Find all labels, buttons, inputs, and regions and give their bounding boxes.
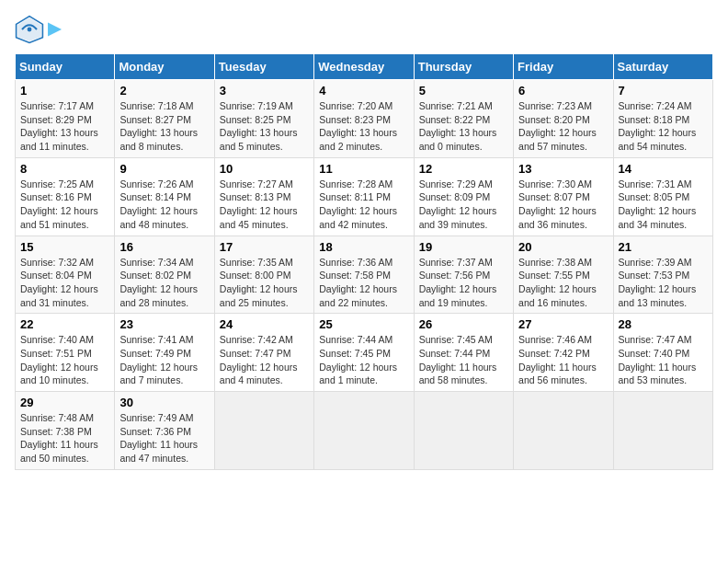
calendar-day-cell: 3 Sunrise: 7:19 AM Sunset: 8:25 PM Dayli… (214, 80, 313, 158)
day-info: Sunrise: 7:27 AM Sunset: 8:13 PM Dayligh… (220, 178, 309, 232)
logo-text: ▶ (48, 20, 61, 39)
day-info: Sunrise: 7:26 AM Sunset: 8:14 PM Dayligh… (119, 178, 209, 232)
logo: ▶ (15, 15, 61, 44)
sunset-text: Sunset: 8:16 PM (20, 190, 109, 204)
sunset-text: Sunset: 7:51 PM (20, 347, 109, 361)
calendar-day-cell: 9 Sunrise: 7:26 AM Sunset: 8:14 PM Dayli… (115, 157, 214, 236)
day-number: 30 (119, 396, 209, 409)
day-number: 2 (119, 84, 209, 98)
sunrise-text: Sunrise: 7:29 AM (419, 178, 508, 191)
calendar-body: 1 Sunrise: 7:17 AM Sunset: 8:29 PM Dayli… (16, 80, 713, 470)
day-info: Sunrise: 7:37 AM Sunset: 7:56 PM Dayligh… (419, 256, 508, 310)
sunset-text: Sunset: 7:53 PM (619, 269, 708, 282)
sunset-text: Sunset: 7:44 PM (419, 347, 508, 361)
calendar-week-row: 1 Sunrise: 7:17 AM Sunset: 8:29 PM Dayli… (16, 80, 713, 158)
sunset-text: Sunset: 7:56 PM (419, 269, 508, 282)
day-info: Sunrise: 7:21 AM Sunset: 8:22 PM Dayligh… (419, 99, 508, 154)
calendar-header: SundayMondayTuesdayWednesdayThursdayFrid… (16, 54, 713, 80)
day-number: 23 (119, 317, 209, 331)
sunset-text: Sunset: 8:18 PM (619, 113, 708, 127)
calendar-day-cell: 11 Sunrise: 7:28 AM Sunset: 8:11 PM Dayl… (314, 157, 414, 236)
day-info: Sunrise: 7:39 AM Sunset: 7:53 PM Dayligh… (619, 256, 708, 310)
day-number: 21 (619, 240, 708, 254)
day-info: Sunrise: 7:49 AM Sunset: 7:36 PM Dayligh… (119, 411, 209, 465)
day-info: Sunrise: 7:48 AM Sunset: 7:38 PM Dayligh… (20, 411, 109, 465)
calendar-day-cell: 4 Sunrise: 7:20 AM Sunset: 8:23 PM Dayli… (314, 80, 414, 158)
sunset-text: Sunset: 7:55 PM (518, 269, 608, 282)
calendar-day-cell: 13 Sunrise: 7:30 AM Sunset: 8:07 PM Dayl… (514, 157, 613, 236)
weekday-header: Friday (514, 54, 613, 80)
calendar-day-cell (613, 392, 712, 470)
day-info: Sunrise: 7:31 AM Sunset: 8:05 PM Dayligh… (619, 178, 708, 232)
day-info: Sunrise: 7:46 AM Sunset: 7:42 PM Dayligh… (518, 333, 608, 387)
sunset-text: Sunset: 8:07 PM (518, 190, 608, 204)
calendar-day-cell: 16 Sunrise: 7:34 AM Sunset: 8:02 PM Dayl… (115, 236, 214, 314)
daylight-text: Daylight: 12 hours and 31 minutes. (20, 282, 109, 309)
day-number: 11 (319, 162, 408, 176)
calendar-day-cell (214, 392, 313, 470)
weekday-header: Sunday (16, 54, 115, 80)
day-number: 9 (119, 162, 209, 176)
sunrise-text: Sunrise: 7:18 AM (119, 99, 209, 113)
page-header: ▶ (15, 15, 713, 44)
calendar-day-cell: 22 Sunrise: 7:40 AM Sunset: 7:51 PM Dayl… (16, 314, 115, 392)
sunset-text: Sunset: 8:25 PM (220, 113, 309, 127)
calendar-day-cell: 17 Sunrise: 7:35 AM Sunset: 8:00 PM Dayl… (214, 236, 313, 314)
svg-point-2 (28, 28, 32, 32)
daylight-text: Daylight: 11 hours and 50 minutes. (20, 438, 109, 465)
sunset-text: Sunset: 7:47 PM (220, 347, 309, 361)
calendar-day-cell: 29 Sunrise: 7:48 AM Sunset: 7:38 PM Dayl… (16, 392, 115, 470)
sunset-text: Sunset: 7:38 PM (20, 425, 109, 439)
sunset-text: Sunset: 8:00 PM (220, 269, 309, 282)
day-info: Sunrise: 7:41 AM Sunset: 7:49 PM Dayligh… (119, 333, 209, 387)
calendar-day-cell: 5 Sunrise: 7:21 AM Sunset: 8:22 PM Dayli… (414, 80, 513, 158)
sunrise-text: Sunrise: 7:34 AM (119, 256, 209, 270)
sunrise-text: Sunrise: 7:32 AM (20, 256, 109, 270)
sunrise-text: Sunrise: 7:17 AM (20, 99, 109, 113)
daylight-text: Daylight: 12 hours and 25 minutes. (220, 282, 309, 309)
day-number: 1 (20, 84, 109, 98)
daylight-text: Daylight: 11 hours and 56 minutes. (518, 361, 608, 387)
daylight-text: Daylight: 12 hours and 48 minutes. (119, 204, 209, 231)
calendar-day-cell: 15 Sunrise: 7:32 AM Sunset: 8:04 PM Dayl… (16, 236, 115, 314)
calendar-table: SundayMondayTuesdayWednesdayThursdayFrid… (15, 53, 713, 470)
sunrise-text: Sunrise: 7:21 AM (419, 99, 508, 113)
sunrise-text: Sunrise: 7:19 AM (220, 99, 309, 113)
sunrise-text: Sunrise: 7:48 AM (20, 411, 109, 425)
day-info: Sunrise: 7:40 AM Sunset: 7:51 PM Dayligh… (20, 333, 109, 387)
day-number: 25 (319, 317, 408, 331)
calendar-day-cell: 24 Sunrise: 7:42 AM Sunset: 7:47 PM Dayl… (214, 314, 313, 392)
day-info: Sunrise: 7:24 AM Sunset: 8:18 PM Dayligh… (619, 99, 708, 154)
sunrise-text: Sunrise: 7:46 AM (518, 333, 608, 347)
sunset-text: Sunset: 8:23 PM (319, 113, 408, 127)
day-info: Sunrise: 7:35 AM Sunset: 8:00 PM Dayligh… (220, 256, 309, 310)
daylight-text: Daylight: 12 hours and 36 minutes. (518, 204, 608, 231)
calendar-day-cell: 20 Sunrise: 7:38 AM Sunset: 7:55 PM Dayl… (514, 236, 613, 314)
calendar-day-cell: 26 Sunrise: 7:45 AM Sunset: 7:44 PM Dayl… (414, 314, 513, 392)
daylight-text: Daylight: 12 hours and 28 minutes. (119, 282, 209, 309)
weekday-header: Tuesday (214, 54, 313, 80)
day-number: 7 (619, 84, 708, 98)
sunset-text: Sunset: 7:42 PM (518, 347, 608, 361)
day-number: 3 (220, 84, 309, 98)
weekday-header: Saturday (613, 54, 712, 80)
day-number: 10 (220, 162, 309, 176)
day-number: 19 (419, 240, 508, 254)
daylight-text: Daylight: 12 hours and 54 minutes. (619, 126, 708, 153)
day-number: 18 (319, 240, 408, 254)
sunset-text: Sunset: 8:29 PM (20, 113, 109, 127)
day-number: 12 (419, 162, 508, 176)
calendar-week-row: 29 Sunrise: 7:48 AM Sunset: 7:38 PM Dayl… (16, 392, 713, 470)
sunset-text: Sunset: 7:36 PM (119, 425, 209, 439)
day-number: 15 (20, 240, 109, 254)
sunrise-text: Sunrise: 7:31 AM (619, 178, 708, 191)
day-number: 17 (220, 240, 309, 254)
sunset-text: Sunset: 8:09 PM (419, 190, 508, 204)
calendar-day-cell: 14 Sunrise: 7:31 AM Sunset: 8:05 PM Dayl… (613, 157, 712, 236)
day-number: 13 (518, 162, 608, 176)
sunrise-text: Sunrise: 7:23 AM (518, 99, 608, 113)
daylight-text: Daylight: 12 hours and 22 minutes. (319, 282, 408, 309)
sunset-text: Sunset: 8:02 PM (119, 269, 209, 282)
day-info: Sunrise: 7:18 AM Sunset: 8:27 PM Dayligh… (119, 99, 209, 154)
calendar-day-cell: 8 Sunrise: 7:25 AM Sunset: 8:16 PM Dayli… (16, 157, 115, 236)
